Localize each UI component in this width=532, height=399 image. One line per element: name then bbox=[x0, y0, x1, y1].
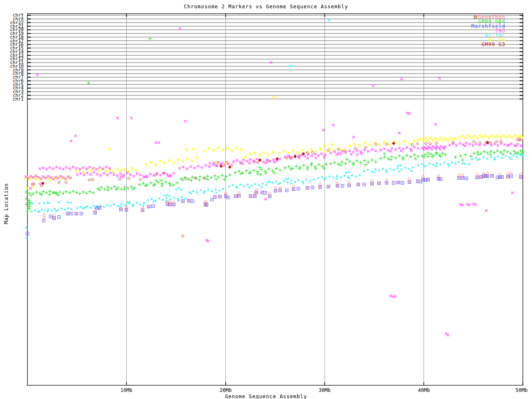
legend-label: GM99 G3 bbox=[481, 42, 505, 47]
x-tick-label-30mb: 30Mb bbox=[312, 387, 337, 393]
x-marker-icon bbox=[508, 29, 516, 33]
series-genethon bbox=[43, 172, 522, 220]
x-tick-label-20mb: 20Mb bbox=[213, 387, 238, 393]
plus-marker-icon bbox=[508, 20, 516, 24]
square-marker-icon bbox=[508, 24, 516, 29]
legend-item: GM99 G3 bbox=[471, 42, 516, 47]
chromosome-gridlines bbox=[27, 15, 523, 99]
series-gm99-gb4 bbox=[25, 37, 525, 213]
legend: Genethon GM99 GB4 Marshfield TNG WI YAC … bbox=[471, 15, 516, 47]
x-tick-label-50mb: 50Mb bbox=[509, 387, 532, 393]
legend-item: Marshfield bbox=[471, 24, 516, 29]
x-tick-label-10mb: 10Mb bbox=[114, 387, 139, 393]
y-tick-label-chr1: chr1 bbox=[0, 97, 24, 101]
diamond-marker-icon bbox=[508, 15, 516, 20]
mb-gridlines bbox=[126, 14, 523, 385]
plot-frame bbox=[27, 14, 523, 385]
diamond-marker-icon bbox=[508, 42, 516, 47]
triangle-marker-icon bbox=[508, 33, 516, 38]
series-wi-rh bbox=[24, 96, 525, 190]
chart-window: Chromosome 2 Markers vs Genome Sequence … bbox=[0, 0, 532, 399]
star-marker-icon bbox=[508, 38, 516, 42]
x-tick-label-40mb: 40Mb bbox=[411, 387, 436, 393]
plot-canvas bbox=[0, 0, 532, 399]
